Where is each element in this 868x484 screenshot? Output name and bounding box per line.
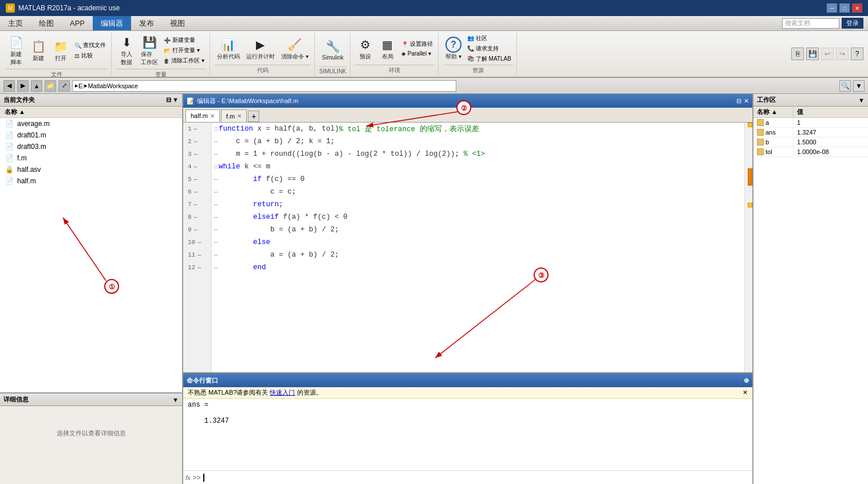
undo-button[interactable]: ↩ bbox=[821, 48, 834, 60]
tab-fm[interactable]: f.m ✕ bbox=[221, 109, 247, 122]
tab-fm-close[interactable]: ✕ bbox=[237, 113, 242, 119]
var-icon-tol bbox=[757, 148, 764, 155]
file-item-halfm[interactable]: 📄 half.m bbox=[0, 175, 182, 187]
fold-12[interactable]: — bbox=[214, 265, 218, 271]
maximize-button[interactable]: □ bbox=[839, 3, 850, 13]
menu-view[interactable]: 视图 bbox=[162, 16, 193, 30]
workspace-menu-icon[interactable]: ▼ bbox=[858, 97, 865, 104]
request-support-button[interactable]: 📞 请求支持 bbox=[465, 44, 513, 53]
file-browser-header: 当前文件夹 ⊟ ▼ bbox=[0, 94, 182, 107]
fold-7[interactable]: — bbox=[214, 202, 218, 208]
fold-1[interactable]: □ bbox=[214, 126, 218, 132]
browse-button[interactable]: ⤢ bbox=[58, 80, 70, 92]
fold-10[interactable]: — bbox=[214, 239, 218, 246]
m-file-icon-draft03: 📄 bbox=[5, 142, 14, 151]
find-files-button[interactable]: 🔍 查找文件 bbox=[73, 41, 108, 50]
new-tab-button[interactable]: + bbox=[248, 111, 259, 122]
name-col-header[interactable]: 名称 ▲ bbox=[753, 107, 794, 117]
preferences-button[interactable]: ⚙ 预设 bbox=[355, 36, 376, 62]
cmd-expand-icon[interactable]: ⊕ bbox=[744, 377, 749, 384]
login-button[interactable]: 登录 bbox=[842, 18, 863, 29]
fold-3[interactable]: — bbox=[214, 151, 218, 158]
ws-row-ans[interactable]: ans 1.3247 bbox=[753, 128, 868, 137]
cmd-input-area[interactable]: fx >> bbox=[183, 470, 752, 484]
center-panel: 📝 编辑器 - E:\MatlabWorkspace\half.m ⊟ ✕ ha… bbox=[183, 94, 753, 484]
menu-editor[interactable]: 编辑器 bbox=[93, 16, 131, 30]
notice-close-button[interactable]: ✕ bbox=[743, 389, 748, 396]
back-button[interactable]: ◀ bbox=[3, 80, 15, 92]
new-script-button[interactable]: 📄 新建脚本 bbox=[6, 33, 26, 68]
panel-collapse-icon[interactable]: ⊟ bbox=[166, 96, 171, 104]
file-item-draft03[interactable]: 📄 draft03.m bbox=[0, 141, 182, 152]
fold-5[interactable]: — bbox=[214, 176, 218, 183]
minimize-button[interactable]: ─ bbox=[827, 3, 837, 13]
file-list: 📄 average.m 📄 draft01.m 📄 draft03.m 📄 f.… bbox=[0, 118, 182, 392]
analyze-code-button[interactable]: 📊 分析代码 bbox=[215, 36, 242, 62]
var-value-ans: 1.3247 bbox=[794, 128, 868, 137]
new-var-button[interactable]: ➕ 新建变量 bbox=[162, 36, 206, 45]
folder-button[interactable]: 📁 bbox=[45, 80, 56, 92]
simulink-button[interactable]: 🔧 Simulink bbox=[319, 37, 346, 62]
run-time-button[interactable]: ▶ 运行并计时 bbox=[244, 36, 277, 62]
menu-app[interactable]: APP bbox=[62, 16, 93, 30]
quickstart-link[interactable]: 快速入门 bbox=[270, 389, 295, 396]
fold-9[interactable]: — bbox=[214, 227, 218, 233]
editor-collapse-icon[interactable]: ⊟ bbox=[736, 97, 741, 105]
import-button[interactable]: ⬇ 导入数据 bbox=[116, 33, 137, 68]
compare-button[interactable]: ⚖ 比较 bbox=[73, 51, 108, 60]
forward-button[interactable]: ▶ bbox=[17, 80, 29, 92]
open-button[interactable]: 📁 打开 bbox=[50, 37, 71, 64]
menu-publish[interactable]: 发布 bbox=[131, 16, 162, 30]
menu-home[interactable]: 主页 bbox=[0, 16, 31, 30]
tab-halfm[interactable]: half.m ✕ bbox=[186, 109, 220, 122]
tab-halfm-close[interactable]: ✕ bbox=[210, 113, 215, 119]
address-down-button[interactable]: ▼ bbox=[853, 80, 865, 92]
panel-menu-icon[interactable]: ▼ bbox=[172, 96, 179, 104]
ws-row-b[interactable]: b 1.5000 bbox=[753, 137, 868, 147]
save-toolbar-button[interactable]: 💾 bbox=[806, 48, 819, 60]
menu-plot[interactable]: 绘图 bbox=[31, 16, 62, 30]
file-item-draft01[interactable]: 📄 draft01.m bbox=[0, 129, 182, 141]
code-line-7: — return; bbox=[214, 198, 742, 211]
clear-cmd-button[interactable]: 🧹 清除命令 ▾ bbox=[279, 36, 311, 62]
editor-close-icon[interactable]: ✕ bbox=[744, 97, 749, 105]
detail-menu-icon[interactable]: ▼ bbox=[172, 396, 179, 403]
clear-workspace-button[interactable]: 🗑 清除工作区 ▾ bbox=[162, 56, 206, 65]
parallel-button[interactable]: ◈ Parallel ▾ bbox=[400, 50, 435, 57]
fold-4[interactable]: □ bbox=[214, 164, 218, 170]
learn-matlab-button[interactable]: 📚 了解 MATLAB bbox=[465, 54, 513, 64]
community-button[interactable]: 👥 社区 bbox=[465, 34, 513, 43]
file-item-average[interactable]: 📄 average.m bbox=[0, 118, 182, 129]
editor-scrollbar[interactable] bbox=[744, 123, 752, 372]
set-path-button[interactable]: 📍 设置路径 bbox=[400, 40, 435, 49]
new-button[interactable]: 📋 新建 bbox=[28, 37, 49, 64]
layout-button[interactable]: ▦ 布局 bbox=[377, 36, 398, 62]
file-item-halfasv[interactable]: 🔒 half.asv bbox=[0, 164, 182, 175]
editor-header: 📝 编辑器 - E:\MatlabWorkspace\half.m ⊟ ✕ bbox=[183, 94, 752, 108]
redo-button[interactable]: ↪ bbox=[836, 48, 849, 60]
file-item-fm[interactable]: 📄 f.m bbox=[0, 152, 182, 164]
help-button[interactable]: ? 帮助 ▾ bbox=[443, 36, 464, 62]
fold-2[interactable]: — bbox=[214, 139, 218, 145]
ws-row-a[interactable]: a 1 bbox=[753, 118, 868, 128]
help-toolbar-button[interactable]: ? bbox=[851, 48, 863, 60]
line-numbers: 1— 2— 3— 4— 5— 6— 7— 8— 9— 10— 11— 12— bbox=[183, 123, 212, 372]
open-var-button[interactable]: 📂 打开变量 ▾ bbox=[162, 46, 206, 55]
search-box[interactable]: 搜索文档 bbox=[782, 18, 839, 29]
code-editor[interactable]: □ function x = half(a, b, tol)% tol 是 to… bbox=[212, 123, 744, 372]
address-search-button[interactable]: 🔍 bbox=[839, 80, 851, 92]
ws-row-tol[interactable]: tol 1.0000e-08 bbox=[753, 147, 868, 157]
copy-toolbar-button[interactable]: ⎘ bbox=[791, 48, 804, 60]
save-workspace-button[interactable]: 💾 保存工作区 bbox=[139, 33, 160, 68]
fold-8[interactable]: — bbox=[214, 214, 218, 221]
address-path[interactable]: ▸ E: ▸ MatlabWorkspace bbox=[72, 80, 456, 92]
main-area: 当前文件夹 ⊟ ▼ 名称 ▲ 📄 average.m 📄 draft01.m 📄… bbox=[0, 94, 868, 484]
fold-6[interactable]: — bbox=[214, 189, 218, 195]
close-button[interactable]: ✕ bbox=[852, 3, 862, 13]
code-area[interactable]: 1— 2— 3— 4— 5— 6— 7— 8— 9— 10— 11— 12— bbox=[183, 123, 752, 372]
up-button[interactable]: ▲ bbox=[31, 80, 42, 92]
cmd-cursor bbox=[203, 474, 204, 482]
fold-11[interactable]: — bbox=[214, 252, 218, 258]
value-col-header[interactable]: 值 bbox=[794, 107, 868, 117]
file-col-header[interactable]: 名称 ▲ bbox=[0, 107, 182, 118]
